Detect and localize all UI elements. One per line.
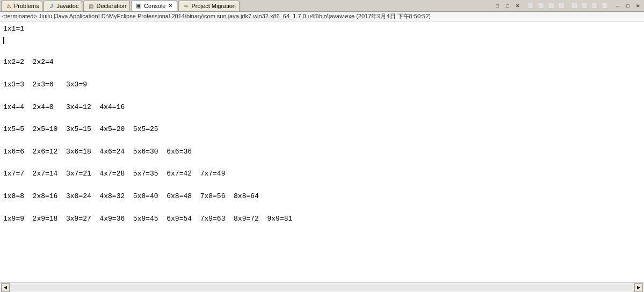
tab-declaration-label: Declaration [96, 3, 126, 9]
toolbar-btn-8[interactable]: ⬜ [580, 1, 589, 11]
toolbar-btn-2[interactable]: □ [503, 1, 512, 11]
tab-javadoc-label: Javadoc [56, 3, 78, 9]
console-output[interactable]: 1x1=1 1x2=2 2x2=4 1x3=3 2x3=6 3x3=9 1x4=… [0, 21, 644, 282]
tab-declaration[interactable]: ▤ Declaration [83, 1, 130, 11]
declaration-icon: ▤ [87, 2, 95, 10]
tab-migration[interactable]: ⇒ Project Migration [178, 1, 240, 11]
toolbar-btn-10[interactable]: ⬜ [600, 1, 610, 11]
tab-bar: ⚠ Problems J Javadoc ▤ Declaration ▣ Con… [0, 0, 644, 12]
console-close-button[interactable]: ✕ [167, 3, 173, 9]
scroll-track[interactable] [11, 284, 633, 291]
toolbar-maximize[interactable]: □ [623, 1, 633, 11]
javadoc-icon: J [47, 2, 55, 10]
status-text: <terminated> Jiujiu [Java Application] D… [2, 12, 431, 20]
toolbar-btn-paste[interactable]: ⬜ [536, 1, 546, 11]
toolbar-btn-5[interactable]: ⬜ [546, 1, 556, 11]
toolbar-btn-7[interactable]: ⬜ [569, 1, 579, 11]
toolbar-right: □ □ ✕ ⬜ ⬜ ⬜ ⬜ ⬜ ⬜ ⬜ ⬜ ─ □ ✕ [493, 1, 643, 11]
toolbar-btn-copy[interactable]: ⬜ [526, 1, 536, 11]
tab-javadoc[interactable]: J Javadoc [44, 1, 82, 11]
tab-console-label: Console [144, 3, 165, 9]
tab-console[interactable]: ▣ Console ✕ [131, 1, 177, 11]
console-icon: ▣ [135, 2, 142, 10]
console-content: 1x1=1 1x2=2 2x2=4 1x3=3 2x3=6 3x3=9 1x4=… [3, 24, 641, 224]
toolbar-btn-6[interactable]: ⬜ [556, 1, 566, 11]
tab-problems[interactable]: ⚠ Problems [1, 1, 42, 11]
toolbar-btn-9[interactable]: ⬜ [590, 1, 599, 11]
cursor [3, 37, 4, 44]
scroll-right-button[interactable]: ▶ [634, 283, 643, 292]
problems-icon: ⚠ [5, 2, 12, 10]
tab-problems-label: Problems [14, 3, 39, 9]
scroll-left-button[interactable]: ◀ [1, 283, 10, 292]
tab-migration-label: Project Migration [191, 3, 236, 9]
horizontal-scrollbar[interactable]: ◀ ▶ [0, 282, 644, 292]
toolbar-btn-1[interactable]: □ [493, 1, 502, 11]
toolbar-minimize[interactable]: ─ [613, 1, 623, 11]
toolbar-close[interactable]: ✕ [633, 1, 643, 11]
toolbar-btn-3[interactable]: ✕ [513, 1, 523, 11]
migration-icon: ⇒ [182, 2, 190, 10]
status-bar: <terminated> Jiujiu [Java Application] D… [0, 12, 644, 21]
